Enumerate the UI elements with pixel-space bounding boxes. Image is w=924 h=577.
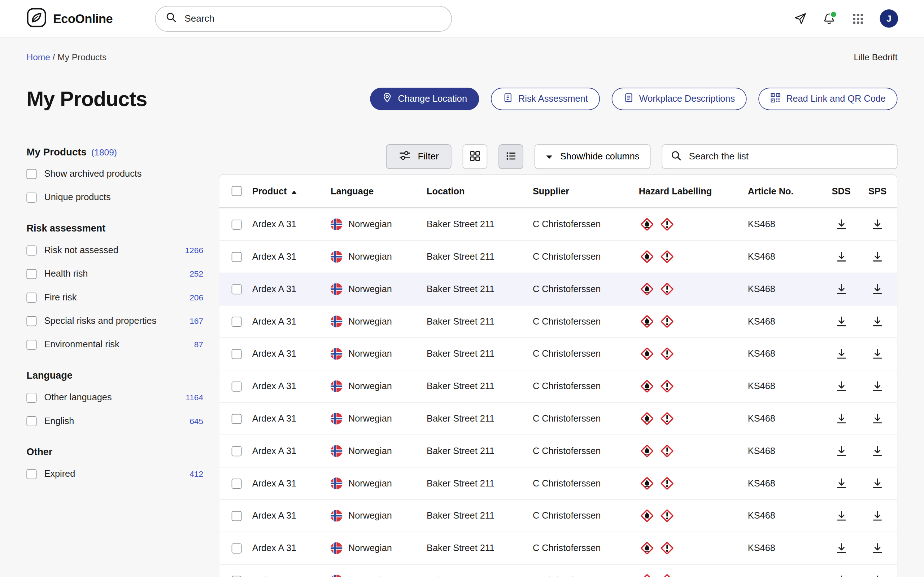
- row-checkbox[interactable]: [232, 446, 242, 456]
- send-icon[interactable]: [793, 11, 808, 26]
- checkbox[interactable]: [26, 416, 36, 426]
- sds-download-icon[interactable]: [835, 283, 848, 296]
- filter-health-rish[interactable]: Health rish 252: [26, 262, 203, 285]
- table-row[interactable]: Ardex A 31: [219, 467, 897, 500]
- sds-download-icon[interactable]: [835, 509, 848, 522]
- checkbox[interactable]: [26, 292, 36, 303]
- header-supplier[interactable]: Supplier: [533, 186, 639, 196]
- filter-environmental-risk[interactable]: Environmental risk 87: [26, 332, 203, 356]
- filter-risk-not-assessed[interactable]: Risk not assessed 1266: [26, 239, 203, 262]
- list-search[interactable]: [662, 144, 897, 169]
- flame-pictogram-icon: [639, 572, 656, 577]
- select-all-checkbox[interactable]: [232, 186, 242, 196]
- filter-special-risks[interactable]: Special risks and properties 167: [26, 309, 203, 332]
- row-checkbox[interactable]: [232, 317, 242, 327]
- apps-grid-icon[interactable]: [851, 11, 865, 26]
- header-language[interactable]: Language: [331, 186, 426, 196]
- exclamation-pictogram-icon: [659, 572, 675, 577]
- sds-download-icon[interactable]: [835, 477, 848, 490]
- sps-download-icon[interactable]: [871, 412, 884, 425]
- checkbox[interactable]: [26, 192, 36, 202]
- sds-download-icon[interactable]: [835, 315, 848, 328]
- row-checkbox[interactable]: [232, 252, 242, 262]
- filter-button[interactable]: Filter: [386, 144, 451, 169]
- table-row[interactable]: Ardex A 31: [219, 499, 897, 532]
- checkbox[interactable]: [26, 169, 36, 179]
- global-search-input[interactable]: [183, 13, 441, 24]
- grid-view-button[interactable]: [462, 144, 487, 169]
- brand[interactable]: EcoOnline: [26, 7, 113, 29]
- sps-download-icon[interactable]: [871, 380, 884, 393]
- change-location-button[interactable]: Change Location: [370, 88, 479, 110]
- filter-label: Health rish: [44, 268, 181, 279]
- sps-download-icon[interactable]: [871, 477, 884, 490]
- sds-download-icon[interactable]: [835, 574, 848, 577]
- sps-download-icon[interactable]: [871, 542, 884, 554]
- row-checkbox[interactable]: [232, 414, 242, 424]
- hazard-cell: [639, 508, 748, 524]
- table-row[interactable]: Ardex A 31: [219, 208, 897, 240]
- header-product[interactable]: Product: [252, 186, 331, 196]
- row-checkbox[interactable]: [232, 511, 242, 521]
- header-hazard-labelling[interactable]: Hazard Labelling: [639, 186, 748, 196]
- sds-download-icon[interactable]: [835, 542, 848, 554]
- table-row[interactable]: Ardex A 31: [219, 338, 897, 370]
- notifications-bell-icon[interactable]: [822, 11, 836, 26]
- filter-unique-products[interactable]: Unique products: [26, 185, 203, 209]
- global-search[interactable]: [155, 6, 452, 32]
- sds-download-icon[interactable]: [835, 347, 848, 360]
- filter-english[interactable]: English 645: [26, 409, 203, 433]
- sps-download-icon[interactable]: [871, 445, 884, 458]
- norwegian-flag-icon: [331, 413, 342, 424]
- sds-download-icon[interactable]: [835, 412, 848, 425]
- header-sps[interactable]: SPS: [860, 186, 895, 196]
- sps-download-icon[interactable]: [871, 574, 884, 577]
- read-link-qr-button[interactable]: Read Link and QR Code: [758, 88, 897, 110]
- sps-download-icon[interactable]: [871, 218, 884, 231]
- checkbox[interactable]: [26, 245, 36, 255]
- sps-download-icon[interactable]: [871, 283, 884, 296]
- row-checkbox[interactable]: [232, 349, 242, 359]
- user-avatar[interactable]: J: [880, 10, 898, 28]
- filter-expired[interactable]: Expired 412: [26, 462, 203, 486]
- table-row[interactable]: Ardex A 31: [219, 532, 897, 564]
- sds-download-icon[interactable]: [835, 218, 848, 231]
- sps-download-icon[interactable]: [871, 250, 884, 263]
- table-row[interactable]: Ardex A 31: [219, 272, 897, 305]
- row-checkbox[interactable]: [232, 219, 242, 229]
- filter-other-languages[interactable]: Other languages 1164: [26, 385, 203, 409]
- table-row[interactable]: Ardex A 31: [219, 402, 897, 435]
- filter-fire-risk[interactable]: Fire risk 206: [26, 285, 203, 309]
- checkbox[interactable]: [26, 339, 36, 350]
- header-sds[interactable]: SDS: [822, 186, 860, 196]
- row-checkbox[interactable]: [232, 575, 242, 577]
- sps-download-icon[interactable]: [871, 347, 884, 360]
- checkbox[interactable]: [26, 316, 36, 326]
- header-location[interactable]: Location: [426, 186, 533, 196]
- row-checkbox[interactable]: [232, 381, 242, 391]
- header-article-no[interactable]: Article No.: [748, 186, 822, 196]
- show-hide-columns-button[interactable]: Show/hide columns: [534, 144, 650, 169]
- table-row[interactable]: Ardex A 31: [219, 564, 897, 577]
- row-checkbox[interactable]: [232, 284, 242, 294]
- list-view-button[interactable]: [498, 144, 523, 169]
- table-row[interactable]: Ardex A 31: [219, 370, 897, 402]
- row-checkbox[interactable]: [232, 479, 242, 488]
- sds-download-icon[interactable]: [835, 445, 848, 458]
- list-search-input[interactable]: [688, 151, 888, 163]
- breadcrumb-home-link[interactable]: Home: [26, 52, 50, 62]
- checkbox[interactable]: [26, 469, 36, 479]
- checkbox[interactable]: [26, 269, 36, 279]
- table-row[interactable]: Ardex A 31: [219, 240, 897, 272]
- sds-download-icon[interactable]: [835, 250, 848, 263]
- sds-download-icon[interactable]: [835, 380, 848, 393]
- filter-show-archived-products[interactable]: Show archived products: [26, 162, 203, 185]
- row-checkbox[interactable]: [232, 543, 242, 553]
- table-row[interactable]: Ardex A 31: [219, 305, 897, 338]
- table-row[interactable]: Ardex A 31: [219, 435, 897, 467]
- checkbox[interactable]: [26, 392, 36, 403]
- workplace-descriptions-button[interactable]: Workplace Descriptions: [611, 88, 747, 110]
- risk-assessment-button[interactable]: Risk Assessment: [491, 88, 599, 110]
- sps-download-icon[interactable]: [871, 509, 884, 522]
- sps-download-icon[interactable]: [871, 315, 884, 328]
